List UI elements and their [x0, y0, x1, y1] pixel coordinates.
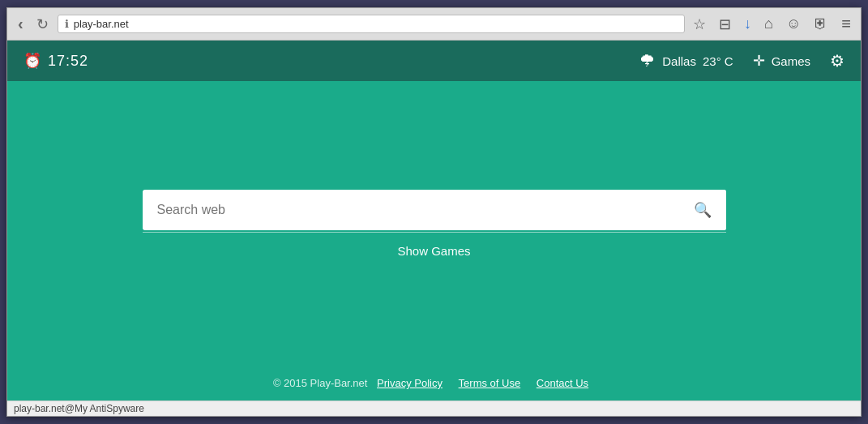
- top-bar-right: 🌩 Dallas 23° C ✛ Games ⚙: [639, 51, 844, 71]
- terms-of-use-link[interactable]: Terms of Use: [459, 377, 521, 389]
- search-input[interactable]: [143, 191, 679, 229]
- star-icon: [693, 18, 706, 32]
- url-text: play-bar.net: [74, 18, 678, 30]
- browser-chrome: ℹ play-bar.net: [7, 8, 861, 41]
- info-icon: ℹ: [65, 18, 69, 30]
- clock-icon: ⏰: [24, 52, 41, 70]
- back-icon: [18, 15, 24, 33]
- refresh-icon: [36, 15, 49, 33]
- bookmark-button[interactable]: [716, 14, 734, 35]
- top-bar: ⏰ 17:52 🌩 Dallas 23° C ✛ Games ⚙: [7, 41, 861, 81]
- weather-widget: 🌩 Dallas 23° C: [639, 52, 733, 71]
- show-games-link[interactable]: Show Games: [397, 244, 470, 258]
- browser-actions: [690, 13, 854, 35]
- weather-city: Dallas: [662, 54, 696, 68]
- settings-button[interactable]: ⚙: [830, 51, 844, 71]
- search-icon: 🔍: [694, 202, 712, 218]
- privacy-policy-link[interactable]: Privacy Policy: [377, 377, 443, 389]
- search-divider: [143, 232, 726, 233]
- main-content: 🔍 Show Games: [7, 81, 861, 366]
- footer: © 2015 Play-Bar.net Privacy Policy Terms…: [7, 366, 861, 400]
- weather-icon: 🌩: [639, 52, 656, 71]
- bookmark-icon: [719, 18, 731, 32]
- weather-temp: 23° C: [703, 54, 733, 68]
- search-button[interactable]: 🔍: [679, 190, 726, 230]
- star-button[interactable]: [690, 14, 709, 35]
- home-icon: [764, 17, 773, 31]
- home-button[interactable]: [761, 14, 776, 34]
- contact-us-link[interactable]: Contact Us: [537, 377, 588, 389]
- refresh-button[interactable]: [32, 14, 53, 35]
- status-bar: play-bar.net@My AntiSpyware: [7, 400, 861, 416]
- download-icon: [744, 17, 751, 31]
- games-icon: ✛: [753, 52, 765, 70]
- address-bar[interactable]: ℹ play-bar.net: [58, 15, 685, 33]
- back-button[interactable]: [14, 13, 28, 35]
- games-label: Games: [772, 54, 810, 68]
- smiley-icon: [786, 17, 801, 31]
- search-bar: 🔍: [143, 190, 726, 230]
- copyright-text: © 2015 Play-Bar.net: [273, 377, 368, 389]
- browser-window: ℹ play-bar.net: [6, 7, 862, 417]
- menu-icon: [841, 18, 851, 32]
- menu-button[interactable]: [838, 13, 854, 35]
- settings-icon: ⚙: [830, 52, 844, 70]
- shield-button[interactable]: [810, 14, 832, 34]
- time-display: 17:52: [48, 53, 88, 70]
- search-container: 🔍 Show Games: [143, 190, 726, 258]
- status-text: play-bar.net@My AntiSpyware: [14, 403, 144, 414]
- top-bar-left: ⏰ 17:52: [24, 52, 88, 70]
- shield-icon: [814, 17, 828, 31]
- games-widget[interactable]: ✛ Games: [753, 52, 810, 70]
- smiley-button[interactable]: [783, 14, 804, 34]
- download-button[interactable]: [741, 14, 755, 34]
